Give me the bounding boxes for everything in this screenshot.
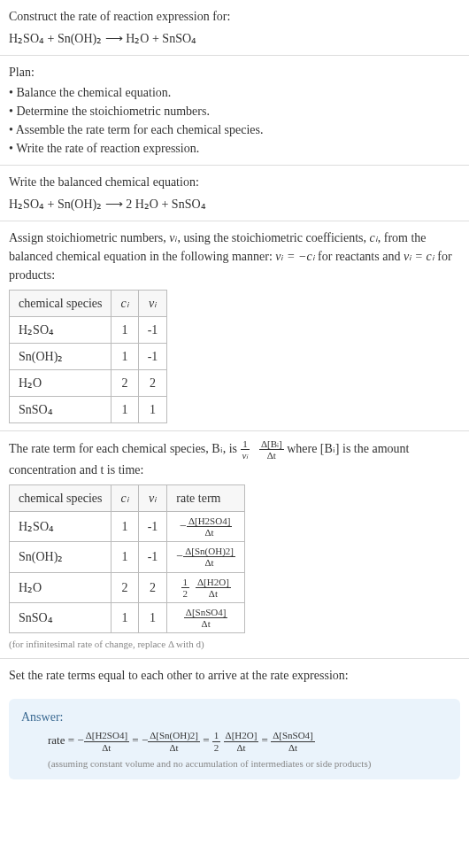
balanced-heading: Write the balanced chemical equation:	[9, 173, 460, 191]
stoich-section: Assign stoichiometric numbers, νᵢ, using…	[0, 221, 469, 431]
col-nui: νᵢ	[138, 291, 167, 317]
answer-expression: rate = −Δ[H2SO4]Δt = −Δ[Sn(OH)2]Δt = 12 …	[21, 730, 448, 752]
col-species: chemical species	[10, 485, 111, 512]
table-row: Sn(OH)₂ 1 -1	[10, 344, 167, 370]
intro-prompt: Construct the rate of reaction expressio…	[9, 7, 460, 26]
plan-heading: Plan:	[9, 63, 460, 81]
col-nui: νᵢ	[138, 485, 167, 512]
table-header-row: chemical species cᵢ νᵢ	[10, 291, 167, 317]
table-row: H₂O 2 2	[10, 370, 167, 397]
answer-note: (assuming constant volume and no accumul…	[21, 756, 448, 771]
rateterm-section: The rate term for each chemical species,…	[0, 431, 469, 659]
answer-box: Answer: rate = −Δ[H2SO4]Δt = −Δ[Sn(OH)2]…	[9, 699, 460, 779]
rateterm-table: chemical species cᵢ νᵢ rate term H₂SO₄ 1…	[9, 484, 245, 633]
table-row: Sn(OH)₂ 1 -1 −Δ[Sn(OH)2]Δt	[10, 542, 245, 572]
rateterm-note: (for infinitesimal rate of change, repla…	[9, 637, 460, 652]
intro-section: Construct the rate of reaction expressio…	[0, 0, 469, 56]
stoich-table: chemical species cᵢ νᵢ H₂SO₄ 1 -1 Sn(OH)…	[9, 290, 167, 423]
setequal-section: Set the rate terms equal to each other t…	[0, 659, 469, 692]
plan-item: Balance the chemical equation.	[9, 83, 460, 102]
plan-item: Determine the stoichiometric numbers.	[9, 102, 460, 120]
table-row: H₂SO₄ 1 -1	[10, 317, 167, 344]
col-species: chemical species	[10, 291, 111, 317]
table-row: SnSO₄ 1 1	[10, 397, 167, 423]
plan-list: Balance the chemical equation. Determine…	[9, 83, 460, 158]
plan-section: Plan: Balance the chemical equation. Det…	[0, 56, 469, 166]
col-ci: cᵢ	[111, 291, 138, 317]
table-header-row: chemical species cᵢ νᵢ rate term	[10, 485, 245, 512]
table-row: H₂O 2 2 12 Δ[H2O]Δt	[10, 572, 245, 602]
answer-label: Answer:	[21, 708, 448, 726]
setequal-text: Set the rate terms equal to each other t…	[9, 666, 460, 685]
rateterm-text: The rate term for each chemical species,…	[9, 438, 460, 479]
balanced-section: Write the balanced chemical equation: H₂…	[0, 166, 469, 221]
plan-item: Write the rate of reaction expression.	[9, 139, 460, 158]
intro-equation: H₂SO₄ + Sn(OH)₂ ⟶ H₂O + SnSO₄	[9, 29, 460, 48]
rate-frac-conc: Δ[Bᵢ] Δt	[259, 438, 284, 461]
stoich-text: Assign stoichiometric numbers, νᵢ, using…	[9, 229, 460, 284]
col-ci: cᵢ	[111, 485, 138, 512]
balanced-equation: H₂SO₄ + Sn(OH)₂ ⟶ 2 H₂O + SnSO₄	[9, 195, 460, 213]
rate-frac-coef: 1 νᵢ	[241, 438, 250, 461]
table-row: SnSO₄ 1 1 Δ[SnSO4]Δt	[10, 602, 245, 632]
col-rateterm: rate term	[167, 485, 245, 512]
table-row: H₂SO₄ 1 -1 −Δ[H2SO4]Δt	[10, 512, 245, 542]
plan-item: Assemble the rate term for each chemical…	[9, 120, 460, 139]
